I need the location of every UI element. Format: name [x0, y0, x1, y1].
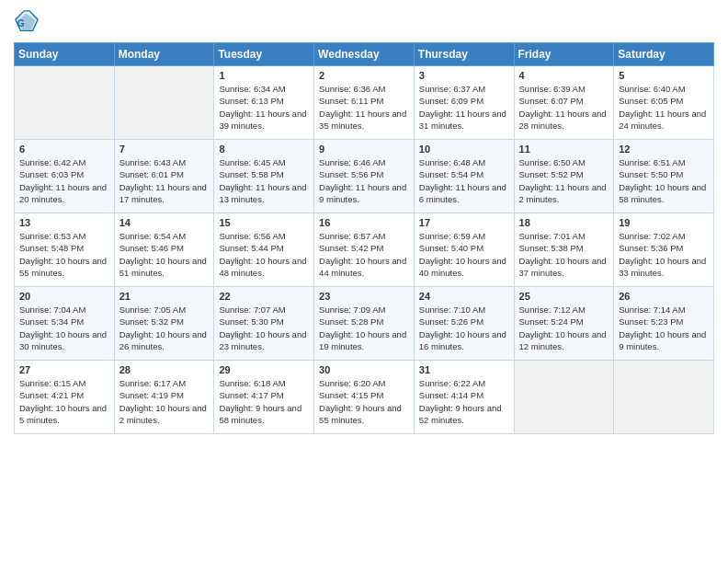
daylight-text: Daylight: 10 hours and 37 minutes. — [519, 256, 607, 278]
sunrise-text: Sunrise: 6:57 AM — [319, 231, 385, 241]
sunset-text: Sunset: 6:11 PM — [319, 96, 383, 106]
sunset-text: Sunset: 5:58 PM — [219, 169, 283, 179]
sunrise-text: Sunrise: 6:50 AM — [519, 157, 586, 167]
sunrise-text: Sunrise: 6:34 AM — [219, 84, 285, 94]
sunset-text: Sunset: 5:26 PM — [419, 316, 483, 327]
sunrise-text: Sunrise: 6:42 AM — [19, 157, 85, 167]
calendar-week-row: 1Sunrise: 6:34 AMSunset: 6:13 PMDaylight… — [15, 66, 714, 140]
day-info: Sunrise: 6:53 AMSunset: 5:48 PMDaylight:… — [19, 230, 109, 279]
sunset-text: Sunset: 4:19 PM — [119, 390, 184, 400]
sunset-text: Sunset: 6:09 PM — [419, 96, 483, 106]
day-number: 23 — [319, 291, 409, 302]
day-number: 13 — [19, 217, 109, 228]
calendar-cell: 2Sunrise: 6:36 AMSunset: 6:11 PMDaylight… — [314, 66, 415, 140]
sunrise-text: Sunrise: 6:17 AM — [119, 378, 186, 388]
sunrise-text: Sunrise: 7:14 AM — [619, 304, 685, 315]
daylight-text: Daylight: 10 hours and 55 minutes. — [19, 256, 107, 278]
day-number: 6 — [19, 144, 109, 155]
daylight-text: Daylight: 10 hours and 58 minutes. — [619, 182, 706, 204]
day-number: 19 — [619, 217, 709, 228]
calendar-cell — [15, 66, 115, 140]
sunset-text: Sunset: 5:40 PM — [419, 243, 483, 253]
sunrise-text: Sunrise: 6:51 AM — [619, 157, 685, 167]
day-info: Sunrise: 7:12 AMSunset: 5:24 PMDaylight:… — [519, 304, 609, 352]
calendar-cell: 18Sunrise: 7:01 AMSunset: 5:38 PMDayligh… — [514, 213, 614, 287]
sunrise-text: Sunrise: 6:18 AM — [219, 378, 285, 388]
day-number: 18 — [519, 217, 609, 228]
calendar-table: SundayMondayTuesdayWednesdayThursdayFrid… — [14, 42, 714, 434]
page: G SundayMondayTuesdayWednesdayThursdayFr… — [0, 0, 728, 563]
day-number: 12 — [619, 144, 709, 155]
daylight-text: Daylight: 11 hours and 24 minutes. — [619, 109, 706, 131]
calendar-cell: 26Sunrise: 7:14 AMSunset: 5:23 PMDayligh… — [614, 287, 714, 361]
day-number: 9 — [319, 144, 409, 155]
calendar-cell: 17Sunrise: 6:59 AMSunset: 5:40 PMDayligh… — [414, 213, 514, 287]
calendar-week-row: 27Sunrise: 6:15 AMSunset: 4:21 PMDayligh… — [15, 361, 714, 434]
day-info: Sunrise: 7:01 AMSunset: 5:38 PMDaylight:… — [519, 230, 609, 279]
calendar-cell: 23Sunrise: 7:09 AMSunset: 5:28 PMDayligh… — [314, 287, 415, 361]
day-number: 1 — [219, 70, 309, 81]
day-info: Sunrise: 6:15 AMSunset: 4:21 PMDaylight:… — [19, 377, 109, 426]
day-number: 20 — [19, 291, 109, 302]
daylight-text: Daylight: 10 hours and 5 minutes. — [19, 403, 107, 425]
daylight-text: Daylight: 11 hours and 20 minutes. — [19, 182, 107, 204]
sunset-text: Sunset: 5:34 PM — [19, 316, 84, 327]
day-info: Sunrise: 6:39 AMSunset: 6:07 PMDaylight:… — [519, 83, 609, 132]
day-number: 27 — [19, 364, 109, 375]
daylight-text: Daylight: 9 hours and 52 minutes. — [419, 403, 502, 425]
sunrise-text: Sunrise: 7:05 AM — [119, 304, 186, 315]
day-number: 16 — [319, 217, 409, 228]
calendar-weekday-friday: Friday — [514, 43, 614, 66]
sunrise-text: Sunrise: 6:39 AM — [519, 84, 586, 94]
sunset-text: Sunset: 4:17 PM — [219, 390, 283, 400]
calendar-cell: 19Sunrise: 7:02 AMSunset: 5:36 PMDayligh… — [614, 213, 714, 287]
sunrise-text: Sunrise: 6:22 AM — [419, 378, 485, 388]
svg-text:G: G — [17, 18, 25, 29]
calendar-cell: 10Sunrise: 6:48 AMSunset: 5:54 PMDayligh… — [414, 140, 514, 213]
sunrise-text: Sunrise: 6:59 AM — [419, 231, 485, 241]
daylight-text: Daylight: 10 hours and 19 minutes. — [319, 329, 406, 351]
sunrise-text: Sunrise: 7:10 AM — [419, 304, 485, 315]
day-number: 5 — [619, 70, 709, 81]
calendar-cell: 1Sunrise: 6:34 AMSunset: 6:13 PMDaylight… — [214, 66, 314, 140]
calendar-week-row: 20Sunrise: 7:04 AMSunset: 5:34 PMDayligh… — [15, 287, 714, 361]
sunset-text: Sunset: 5:36 PM — [619, 243, 683, 253]
day-number: 30 — [319, 364, 409, 375]
sunset-text: Sunset: 6:03 PM — [19, 169, 84, 179]
day-info: Sunrise: 7:02 AMSunset: 5:36 PMDaylight:… — [619, 230, 709, 279]
day-number: 25 — [519, 291, 609, 302]
daylight-text: Daylight: 10 hours and 23 minutes. — [219, 329, 306, 351]
day-number: 7 — [119, 144, 210, 155]
day-number: 21 — [119, 291, 210, 302]
day-info: Sunrise: 7:14 AMSunset: 5:23 PMDaylight:… — [619, 304, 709, 352]
day-number: 29 — [219, 364, 309, 375]
sunrise-text: Sunrise: 6:36 AM — [319, 84, 385, 94]
calendar-cell: 7Sunrise: 6:43 AMSunset: 6:01 PMDaylight… — [114, 140, 214, 213]
daylight-text: Daylight: 10 hours and 9 minutes. — [619, 329, 706, 351]
calendar-cell: 31Sunrise: 6:22 AMSunset: 4:14 PMDayligh… — [414, 361, 514, 434]
calendar-cell: 29Sunrise: 6:18 AMSunset: 4:17 PMDayligh… — [214, 361, 314, 434]
calendar-cell: 14Sunrise: 6:54 AMSunset: 5:46 PMDayligh… — [114, 213, 214, 287]
sunrise-text: Sunrise: 6:37 AM — [419, 84, 485, 94]
daylight-text: Daylight: 10 hours and 48 minutes. — [219, 256, 306, 278]
calendar-cell: 27Sunrise: 6:15 AMSunset: 4:21 PMDayligh… — [15, 361, 115, 434]
daylight-text: Daylight: 11 hours and 13 minutes. — [219, 182, 306, 204]
sunset-text: Sunset: 6:13 PM — [219, 96, 283, 106]
sunset-text: Sunset: 5:50 PM — [619, 169, 683, 179]
daylight-text: Daylight: 10 hours and 51 minutes. — [119, 256, 207, 278]
sunset-text: Sunset: 5:44 PM — [219, 243, 283, 253]
sunset-text: Sunset: 4:21 PM — [19, 390, 84, 400]
day-info: Sunrise: 6:57 AMSunset: 5:42 PMDaylight:… — [319, 230, 409, 279]
day-info: Sunrise: 6:37 AMSunset: 6:09 PMDaylight:… — [419, 83, 509, 132]
sunset-text: Sunset: 6:05 PM — [619, 96, 683, 106]
day-info: Sunrise: 7:05 AMSunset: 5:32 PMDaylight:… — [119, 304, 210, 352]
calendar-cell: 21Sunrise: 7:05 AMSunset: 5:32 PMDayligh… — [114, 287, 214, 361]
calendar-weekday-sunday: Sunday — [15, 43, 115, 66]
daylight-text: Daylight: 11 hours and 39 minutes. — [219, 109, 306, 131]
sunrise-text: Sunrise: 7:09 AM — [319, 304, 385, 315]
daylight-text: Daylight: 10 hours and 2 minutes. — [119, 403, 207, 425]
daylight-text: Daylight: 11 hours and 9 minutes. — [319, 182, 406, 204]
sunset-text: Sunset: 5:54 PM — [419, 169, 483, 179]
daylight-text: Daylight: 9 hours and 55 minutes. — [319, 403, 402, 425]
day-info: Sunrise: 6:46 AMSunset: 5:56 PMDaylight:… — [319, 156, 409, 205]
